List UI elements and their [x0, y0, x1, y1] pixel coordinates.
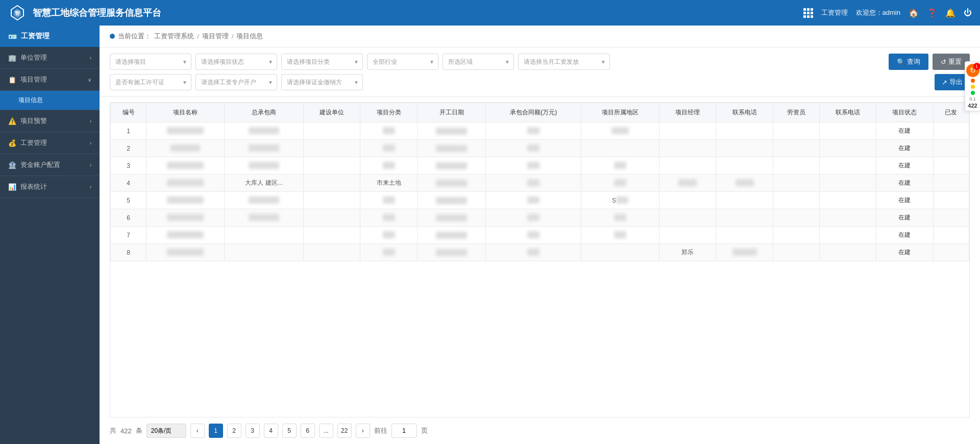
goto-page-input[interactable]: [391, 424, 417, 438]
region-wrapper: 所选区域 ▼: [443, 54, 514, 70]
goto-prefix: 前往: [374, 426, 387, 435]
cell-contractor: 承包商名称: [224, 192, 303, 209]
sidebar-sub-item-project-info[interactable]: 项目信息: [0, 91, 100, 110]
col-category: 项目分类: [360, 103, 417, 122]
page-prev-button[interactable]: ‹: [190, 424, 205, 438]
table-row[interactable]: 8 项目名称内容 分类 2020-01-01 金额 郑乐 电话号码: [111, 244, 969, 261]
cell-name: 项目名称内容: [146, 192, 225, 209]
page-btn-1[interactable]: 1: [209, 424, 223, 438]
cell-start-date: 2020-01-01: [417, 227, 485, 244]
sidebar-item-wage-mgmt[interactable]: 💰 工资管理 ›: [0, 132, 100, 154]
cell-labor: [773, 192, 819, 209]
bell-icon[interactable]: 🔔: [945, 8, 955, 18]
sidebar-item-project-mgmt[interactable]: 📋 项目管理 ∨: [0, 69, 100, 91]
grid-menu-icon[interactable]: [803, 8, 813, 18]
sidebar-project-info-label: 项目信息: [18, 96, 43, 104]
cell-contractor: [224, 227, 303, 244]
cell-start-date: 2020-01-01: [417, 244, 485, 261]
table-row[interactable]: 2 F 项目名称 承包商名称 分类 2020-01-01 金额: [111, 140, 969, 157]
col-labor-phone: 联系电话: [819, 103, 876, 122]
wage-release-select[interactable]: 请选择当月工资发放: [518, 54, 610, 70]
project-status-wrapper: 请选择项目状态 ▼: [195, 54, 277, 70]
wage-release-wrapper: 请选择当月工资发放 ▼: [518, 54, 610, 70]
project-category-select[interactable]: 请选择项目分类: [281, 54, 363, 70]
cell-manager: [659, 122, 716, 140]
table-row[interactable]: 3 项目名称内容 承包商名称 分类 2020-01-01 金额 区域: [111, 157, 969, 175]
help-icon[interactable]: ❓: [927, 8, 937, 18]
breadcrumb-sep1: /: [197, 33, 199, 40]
cell-owner: [303, 122, 360, 140]
search-icon: 🔍: [897, 58, 905, 66]
cell-contractor: [224, 244, 303, 261]
goto-suffix: 页: [421, 426, 428, 435]
project-select[interactable]: 请选择项目: [110, 54, 191, 70]
page-size-select[interactable]: 10条/页 20条/页 50条/页 100条/页: [146, 424, 186, 438]
cell-labor: [773, 244, 819, 261]
widget-small-text: 0.1: [969, 96, 976, 102]
cell-region: 区域: [581, 227, 659, 244]
col-contractor: 总承包商: [224, 103, 303, 122]
cell-start-date: 2020-01-01: [417, 175, 485, 192]
cell-owner: [303, 209, 360, 227]
cell-status: 在建: [876, 140, 933, 157]
building-icon: 🏢: [8, 54, 16, 62]
cell-category: 分类: [360, 209, 417, 227]
page-btn-2[interactable]: 2: [227, 424, 241, 438]
cell-region: 区域: [581, 157, 659, 175]
home-icon[interactable]: 🏠: [909, 8, 919, 18]
table-wrapper[interactable]: 编号 项目名称 总承包商 建设单位 项目分类 开工日期 承包合同额(万元) 项目…: [110, 102, 970, 417]
cell-status: 在建: [876, 244, 933, 261]
export-label: 导出: [949, 78, 963, 87]
sidebar-item-fund-account[interactable]: 🏦 资金账户配置 ›: [0, 154, 100, 176]
table-row[interactable]: 7 项目名称内容 分类 2020-01-01 金额 区域: [111, 227, 969, 244]
cell-owner: [303, 227, 360, 244]
cell-issued: [933, 175, 969, 192]
cell-manager: [659, 140, 716, 157]
wage-account-select[interactable]: 请选择工资专户开户: [195, 74, 277, 90]
cell-labor-phone: [819, 140, 876, 157]
col-phone: 联系电话: [716, 103, 773, 122]
industry-select[interactable]: 全部行业: [367, 54, 438, 70]
warning-icon: ⚠️: [8, 117, 16, 125]
deposit-select[interactable]: 请选择保证金缴纳方: [281, 74, 363, 90]
chevron-right-icon: ›: [90, 55, 91, 61]
query-button[interactable]: 🔍 查询: [889, 54, 928, 70]
cell-issued: [933, 122, 969, 140]
col-owner: 建设单位: [303, 103, 360, 122]
cell-labor: [773, 227, 819, 244]
page-btn-ellipsis[interactable]: ...: [319, 424, 333, 438]
page-btn-6[interactable]: 6: [301, 424, 315, 438]
reset-label: 重置: [948, 57, 962, 66]
cell-start-date: 2020-01-01: [417, 157, 485, 175]
construction-permit-wrapper: 是否有施工许可证 ▼: [110, 74, 191, 90]
region-select[interactable]: 所选区域: [443, 54, 514, 70]
cell-name: 项目名称内容: [146, 122, 225, 140]
sidebar-item-project-warning[interactable]: ⚠️ 项目预警 ›: [0, 110, 100, 132]
page-btn-22[interactable]: 22: [337, 424, 352, 438]
cell-issued: [933, 140, 969, 157]
page-btn-3[interactable]: 3: [246, 424, 260, 438]
table-row[interactable]: 5 项目名称内容 承包商名称 分类 2020-01-01 金额 S区域: [111, 192, 969, 209]
table-row[interactable]: 4 项目名称内容 大库人 建区... 市来土地 2020-01-01 金额 区域…: [111, 175, 969, 192]
table-row[interactable]: 1 项目名称内容 承包商名称 分类 2020-01-01 金额 区域...: [111, 122, 969, 140]
cell-category: 市来土地: [360, 175, 417, 192]
cell-labor-phone: [819, 122, 876, 140]
cell-issued: [933, 209, 969, 227]
cell-category: 分类: [360, 192, 417, 209]
construction-permit-select[interactable]: 是否有施工许可证: [110, 74, 191, 90]
cell-phone: 电话号码: [716, 244, 773, 261]
sidebar-item-unit-mgmt[interactable]: 🏢 单位管理 ›: [0, 47, 100, 69]
chevron-right-icon3: ›: [90, 140, 91, 146]
cell-phone: [716, 157, 773, 175]
sidebar-fund-account-label: 资金账户配置: [20, 160, 60, 169]
page-btn-5[interactable]: 5: [282, 424, 297, 438]
sidebar-item-report-stats[interactable]: 📊 报表统计 ›: [0, 176, 100, 198]
table-row[interactable]: 6 项目名称内容 承包商名称 分类 2020-01-01 金额 区域: [111, 209, 969, 227]
page-btn-4[interactable]: 4: [264, 424, 278, 438]
power-icon[interactable]: ⏻: [964, 8, 972, 17]
project-status-select[interactable]: 请选择项目状态: [195, 54, 277, 70]
toolbar: 请选择项目 ▼ 请选择项目状态 ▼ 请选择项目分类 ▼: [100, 47, 980, 97]
page-next-button[interactable]: ›: [356, 424, 370, 438]
cell-region: [581, 244, 659, 261]
cell-amount: 金额: [486, 192, 581, 209]
